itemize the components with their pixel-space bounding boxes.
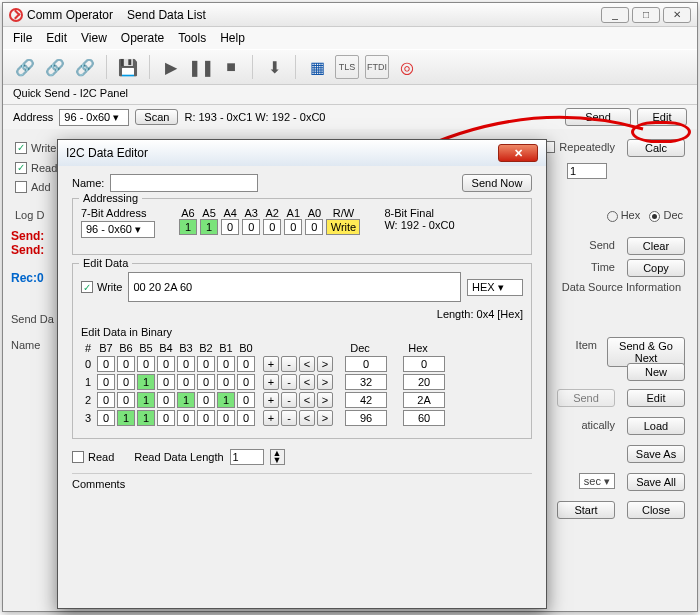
minimize-button[interactable]: ⎯ [601, 7, 629, 23]
bit-a6[interactable]: 1 [179, 219, 197, 235]
format-select[interactable]: HEX ▾ [467, 279, 523, 296]
editdata-write-checkbox[interactable]: ✓ [81, 281, 93, 293]
name-input[interactable] [110, 174, 258, 192]
bit-cell[interactable]: 1 [217, 392, 235, 408]
copy-button[interactable]: Copy [627, 259, 685, 277]
read-checkbox2[interactable] [72, 451, 84, 463]
op-button[interactable]: < [299, 392, 315, 408]
op-button[interactable]: > [317, 374, 333, 390]
menu-edit[interactable]: Edit [46, 31, 67, 45]
edit2-button[interactable]: Edit [627, 389, 685, 407]
play-icon[interactable]: ▶ [159, 55, 183, 79]
send4-button[interactable]: Send [557, 389, 615, 407]
bit-cell[interactable]: 0 [117, 374, 135, 390]
scan-button[interactable]: Scan [135, 109, 178, 125]
bit-cell[interactable]: 0 [197, 356, 215, 372]
op-button[interactable]: - [281, 374, 297, 390]
bit-cell[interactable]: 0 [217, 374, 235, 390]
tls-icon[interactable]: TLS [335, 55, 359, 79]
stop-icon[interactable]: ■ [219, 55, 243, 79]
op-button[interactable]: - [281, 410, 297, 426]
bit-cell[interactable]: 0 [117, 392, 135, 408]
readlen-input[interactable] [230, 449, 264, 465]
op-button[interactable]: + [263, 356, 279, 372]
op-button[interactable]: < [299, 356, 315, 372]
bit-a2[interactable]: 0 [263, 219, 281, 235]
read-checkbox[interactable]: ✓ [15, 162, 27, 174]
op-button[interactable]: > [317, 392, 333, 408]
op-button[interactable]: + [263, 374, 279, 390]
bit-cell[interactable]: 1 [177, 392, 195, 408]
bit-cell[interactable]: 0 [157, 392, 175, 408]
bit-cell[interactable]: 0 [237, 356, 255, 372]
write-checkbox[interactable]: ✓ [15, 142, 27, 154]
close2-button[interactable]: Close [627, 501, 685, 519]
bit-cell[interactable]: 0 [237, 374, 255, 390]
op-button[interactable]: > [317, 410, 333, 426]
menu-file[interactable]: File [13, 31, 32, 45]
chain-icon[interactable]: 🔗 [73, 55, 97, 79]
bit-cell[interactable]: 0 [237, 410, 255, 426]
editdata-input[interactable] [128, 272, 461, 302]
bit-cell[interactable]: 0 [177, 356, 195, 372]
bit-cell[interactable]: 0 [237, 392, 255, 408]
bit-cell[interactable]: 0 [197, 410, 215, 426]
saveas-button[interactable]: Save As [627, 445, 685, 463]
sec-select[interactable]: sec ▾ [579, 473, 615, 489]
clear-button[interactable]: Clear [627, 237, 685, 255]
bit-cell[interactable]: 0 [157, 356, 175, 372]
dec-radio[interactable] [649, 211, 660, 222]
bit-cell[interactable]: 0 [197, 374, 215, 390]
hex-radio[interactable] [607, 211, 618, 222]
op-button[interactable]: < [299, 374, 315, 390]
save-icon[interactable]: 💾 [116, 55, 140, 79]
bit-cell[interactable]: 1 [137, 410, 155, 426]
op-button[interactable]: < [299, 410, 315, 426]
load-button[interactable]: Load [627, 417, 685, 435]
bit-cell[interactable]: 0 [157, 374, 175, 390]
bit-a4[interactable]: 0 [221, 219, 239, 235]
bit-cell[interactable]: 1 [117, 410, 135, 426]
connect-icon[interactable]: 🔗 [13, 55, 37, 79]
bit-cell[interactable]: 0 [197, 392, 215, 408]
menu-view[interactable]: View [81, 31, 107, 45]
bit-cell[interactable]: 0 [117, 356, 135, 372]
bit-cell[interactable]: 0 [177, 374, 195, 390]
readlen-down[interactable]: ▼ [271, 457, 284, 464]
bit-cell[interactable]: 0 [157, 410, 175, 426]
bit-cell[interactable]: 1 [137, 374, 155, 390]
bit-cell[interactable]: 0 [97, 356, 115, 372]
bit-cell[interactable]: 1 [137, 392, 155, 408]
add-checkbox[interactable] [15, 181, 27, 193]
bit-cell[interactable]: 0 [137, 356, 155, 372]
dialog-close-button[interactable]: ✕ [498, 144, 538, 162]
saveall-button[interactable]: Save All [627, 473, 685, 491]
op-button[interactable]: > [317, 356, 333, 372]
disconnect-icon[interactable]: 🔗 [43, 55, 67, 79]
bit-cell[interactable]: 0 [217, 356, 235, 372]
bit-cell[interactable]: 0 [97, 410, 115, 426]
new-button[interactable]: New [627, 363, 685, 381]
ftdi-icon[interactable]: FTDI [365, 55, 389, 79]
start-button[interactable]: Start [557, 501, 615, 519]
op-button[interactable]: + [263, 392, 279, 408]
op-button[interactable]: - [281, 356, 297, 372]
close-button[interactable]: ✕ [663, 7, 691, 23]
bit-cell[interactable]: 0 [97, 374, 115, 390]
target-icon[interactable]: ◎ [395, 55, 419, 79]
menu-tools[interactable]: Tools [178, 31, 206, 45]
bit-cell[interactable]: 0 [217, 410, 235, 426]
sendnow-button[interactable]: Send Now [462, 174, 532, 192]
bit-cell[interactable]: 0 [97, 392, 115, 408]
bit-a1[interactable]: 0 [284, 219, 302, 235]
menu-operate[interactable]: Operate [121, 31, 164, 45]
menu-help[interactable]: Help [220, 31, 245, 45]
maximize-button[interactable]: □ [632, 7, 660, 23]
op-button[interactable]: - [281, 392, 297, 408]
bit-a3[interactable]: 0 [242, 219, 260, 235]
pause-icon[interactable]: ❚❚ [189, 55, 213, 79]
bit-cell[interactable]: 0 [177, 410, 195, 426]
grid-icon[interactable]: ▦ [305, 55, 329, 79]
download-icon[interactable]: ⬇ [262, 55, 286, 79]
address-select[interactable]: 96 - 0x60 ▾ [59, 109, 129, 126]
